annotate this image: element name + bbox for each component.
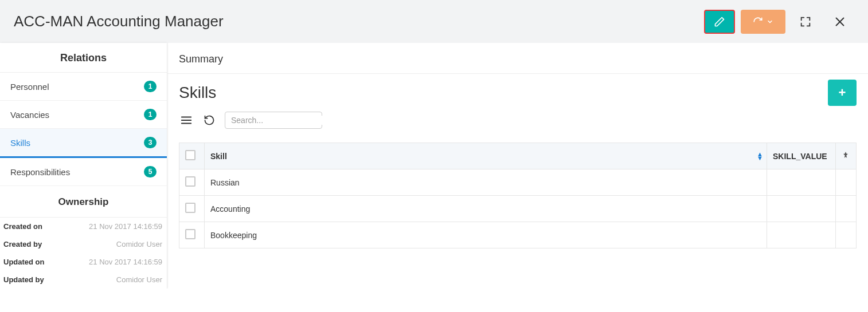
count-badge: 5 — [144, 166, 157, 177]
ownership-title: Ownership — [0, 186, 167, 218]
meta-created-on: Created on 21 Nov 2017 14:16:59 — [0, 218, 167, 235]
search-box[interactable] — [225, 112, 322, 129]
plus-icon: + — [839, 85, 846, 100]
close-icon — [834, 15, 846, 28]
cell-skill: Russian — [205, 169, 767, 196]
meta-value: Comidor User — [116, 240, 162, 248]
table-header-row: Skill ▲▼ SKILL_VALUE — [179, 143, 857, 169]
row-select[interactable] — [179, 196, 205, 222]
reload-button[interactable] — [202, 113, 217, 128]
row-select[interactable] — [179, 169, 205, 196]
checkbox-icon — [185, 150, 196, 160]
table-row[interactable]: Russian — [179, 169, 857, 196]
meta-value: Comidor User — [116, 275, 162, 284]
checkbox-icon — [185, 176, 196, 187]
count-badge: 3 — [144, 137, 157, 148]
relations-title: Relations — [0, 43, 167, 73]
meta-updated-on: Updated on 21 Nov 2017 14:16:59 — [0, 253, 167, 271]
meta-label: Created by — [3, 240, 42, 248]
cell-skill-value — [767, 196, 836, 222]
cell-skill: Accounting — [205, 196, 767, 222]
refresh-dropdown-button[interactable] — [741, 10, 785, 34]
skills-table: Skill ▲▼ SKILL_VALUE Russia — [179, 143, 857, 248]
table-row[interactable]: Accounting — [179, 196, 857, 222]
meta-created-by: Created by Comidor User — [0, 235, 167, 253]
hamburger-icon — [180, 114, 193, 127]
sort-indicator-icon: ▲▼ — [757, 152, 763, 160]
sidebar: Relations Personnel 1 Vacancies 1 Skills… — [0, 43, 167, 289]
checkbox-icon — [185, 203, 196, 213]
refresh-icon — [753, 17, 763, 27]
sidebar-item-responsibilities[interactable]: Responsibilities 5 — [0, 158, 167, 186]
cell-pin — [836, 169, 857, 196]
header-actions — [704, 10, 854, 34]
cell-skill-value — [767, 169, 836, 196]
sidebar-item-skills[interactable]: Skills 3 — [0, 129, 167, 158]
close-button[interactable] — [826, 10, 854, 34]
meta-label: Updated by — [3, 275, 44, 284]
count-badge: 1 — [144, 81, 157, 92]
search-input[interactable] — [231, 116, 331, 125]
reload-icon — [204, 114, 215, 126]
panel-head: Skills + — [179, 80, 857, 106]
pencil-icon — [714, 16, 725, 27]
meta-label: Created on — [3, 222, 42, 231]
table-row[interactable]: Bookkeeping — [179, 222, 857, 248]
column-skill-value[interactable]: SKILL_VALUE — [767, 143, 836, 169]
sidebar-item-label: Personnel — [10, 82, 49, 92]
cell-skill: Bookkeeping — [205, 222, 767, 248]
sidebar-item-label: Skills — [10, 138, 30, 148]
cell-skill-value — [767, 222, 836, 248]
add-button[interactable]: + — [828, 80, 857, 106]
meta-value: 21 Nov 2017 14:16:59 — [89, 258, 162, 266]
row-select[interactable] — [179, 222, 205, 248]
column-label: SKILL_VALUE — [773, 152, 827, 161]
main: Relations Personnel 1 Vacancies 1 Skills… — [0, 43, 868, 289]
column-pin[interactable] — [836, 143, 857, 169]
sidebar-item-vacancies[interactable]: Vacancies 1 — [0, 101, 167, 129]
checkbox-icon — [185, 229, 196, 239]
fullscreen-icon — [799, 15, 812, 28]
content: Summary Skills + — [167, 43, 868, 289]
cell-pin — [836, 196, 857, 222]
sidebar-item-label: Vacancies — [10, 110, 49, 120]
fullscreen-button[interactable] — [791, 10, 820, 34]
skills-panel: Skills + — [167, 74, 868, 260]
table-toolbar — [179, 112, 857, 129]
column-label: Skill — [210, 152, 227, 161]
cell-pin — [836, 222, 857, 248]
page-header: ACC-MAN Accounting Manager — [0, 0, 868, 43]
sidebar-item-personnel[interactable]: Personnel 1 — [0, 73, 167, 101]
pin-icon — [842, 151, 850, 159]
meta-updated-by: Updated by Comidor User — [0, 271, 167, 289]
summary-label: Summary — [167, 43, 868, 74]
sidebar-item-label: Responsibilities — [10, 167, 70, 177]
column-skill[interactable]: Skill ▲▼ — [205, 143, 767, 169]
select-all-header[interactable] — [179, 143, 205, 169]
meta-value: 21 Nov 2017 14:16:59 — [89, 222, 162, 231]
menu-button[interactable] — [179, 113, 194, 128]
chevron-down-icon — [767, 18, 773, 25]
page-title: ACC-MAN Accounting Manager — [14, 13, 224, 30]
count-badge: 1 — [144, 109, 157, 120]
edit-button[interactable] — [704, 10, 735, 34]
meta-label: Updated on — [3, 258, 45, 266]
panel-title: Skills — [179, 84, 216, 102]
